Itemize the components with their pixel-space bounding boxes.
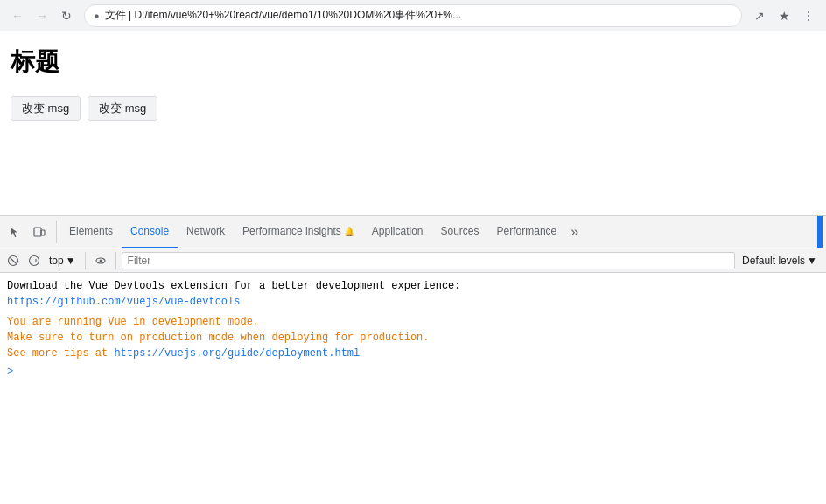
prompt-arrow-icon: > xyxy=(7,366,13,378)
address-text: 文件 | D:/item/vue%20+%20react/vue/demo1/1… xyxy=(105,8,461,23)
bell-icon: 🔔 xyxy=(344,227,354,236)
cursor-icon-btn[interactable] xyxy=(4,220,26,243)
console-line-1: Download the Vue Devtools extension for … xyxy=(0,276,826,312)
toolbar-actions: ↗ ★ ⋮ xyxy=(749,5,819,26)
eye-icon-btn[interactable] xyxy=(91,251,110,270)
default-levels-selector[interactable]: Default levels ▼ xyxy=(737,253,822,269)
default-levels-arrow: ▼ xyxy=(807,255,817,267)
forward-button[interactable]: → xyxy=(32,5,52,26)
nav-buttons: ← → ↻ xyxy=(7,5,77,26)
lock-icon: ● xyxy=(94,10,100,21)
tab-console[interactable]: Console xyxy=(122,216,178,248)
devtools-tabs: Elements Console Network Performance ins… xyxy=(0,216,826,248)
tab-application[interactable]: Application xyxy=(363,216,432,248)
console-output: Download the Vue Devtools extension for … xyxy=(0,273,826,504)
dropdown-arrow-icon: ▼ xyxy=(66,255,76,267)
svg-rect-1 xyxy=(41,230,45,235)
tab-sources[interactable]: Sources xyxy=(432,216,488,248)
svg-point-4 xyxy=(30,256,39,265)
separator-2 xyxy=(116,252,116,270)
filter-input[interactable] xyxy=(122,252,735,270)
separator-1 xyxy=(85,252,86,270)
vue-devtools-link[interactable]: https://github.com/vuejs/vue-devtools xyxy=(7,296,240,308)
svg-line-3 xyxy=(10,257,17,263)
tab-performance-insights[interactable]: Performance insights 🔔 xyxy=(234,216,363,248)
devtools-panel: Elements Console Network Performance ins… xyxy=(0,215,826,504)
page-title: 标题 xyxy=(10,46,816,79)
back-button[interactable]: ← xyxy=(7,5,28,26)
svg-rect-0 xyxy=(34,228,41,236)
tab-icon-group xyxy=(4,220,57,243)
tab-elements[interactable]: Elements xyxy=(60,216,122,248)
filter-icon-btn[interactable] xyxy=(24,251,44,270)
browser-chrome: ← → ↻ ● 文件 | D:/item/vue%20+%20react/vue… xyxy=(0,0,826,32)
reload-button[interactable]: ↻ xyxy=(56,5,77,26)
default-levels-label: Default levels xyxy=(742,255,805,267)
device-icon-btn[interactable] xyxy=(28,220,51,243)
console-prompt: > xyxy=(0,364,826,380)
bookmark-button[interactable]: ★ xyxy=(774,5,794,26)
more-tabs-button[interactable]: » xyxy=(565,216,584,248)
clear-console-button[interactable] xyxy=(4,251,23,270)
top-label: top xyxy=(49,255,64,267)
deployment-link[interactable]: https://vuejs.org/guide/deployment.html xyxy=(114,347,360,360)
buttons-row: 改变 msg 改变 msg xyxy=(10,96,816,121)
share-button[interactable]: ↗ xyxy=(749,5,770,26)
page-content: 标题 改变 msg 改变 msg xyxy=(0,32,826,149)
address-bar[interactable]: ● 文件 | D:/item/vue%20+%20react/vue/demo1… xyxy=(84,4,742,27)
tab-network[interactable]: Network xyxy=(178,216,234,248)
console-warn-text: You are running Vue in development mode.… xyxy=(7,314,429,361)
change-msg-button-1[interactable]: 改变 msg xyxy=(10,96,80,121)
menu-button[interactable]: ⋮ xyxy=(798,5,819,26)
console-text-1: Download the Vue Devtools extension for … xyxy=(7,278,460,310)
svg-point-7 xyxy=(99,259,102,262)
console-line-2: You are running Vue in development mode.… xyxy=(0,312,826,364)
change-msg-button-2[interactable]: 改变 msg xyxy=(88,96,158,121)
tab-performance[interactable]: Performance xyxy=(488,216,566,248)
console-toolbar: top ▼ Default levels ▼ xyxy=(0,248,826,273)
context-selector[interactable]: top ▼ xyxy=(46,253,80,269)
devtools-blue-panel xyxy=(817,216,822,248)
